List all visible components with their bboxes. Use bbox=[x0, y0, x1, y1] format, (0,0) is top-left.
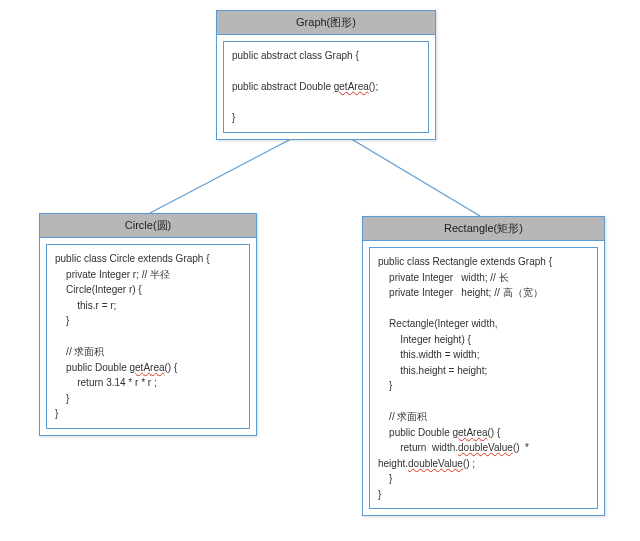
code-line: this.width = width; bbox=[378, 349, 479, 360]
code-line: public Double bbox=[55, 362, 130, 373]
code-line: Integer height) { bbox=[378, 334, 471, 345]
code-line: public abstract Double bbox=[232, 81, 334, 92]
code-line: () { bbox=[488, 427, 501, 438]
code-line: () { bbox=[165, 362, 178, 373]
rectangle-class-title: Rectangle(矩形) bbox=[363, 217, 604, 241]
code-line: } bbox=[55, 393, 69, 404]
code-line: () ; bbox=[463, 458, 475, 469]
code-line: public abstract class Graph { bbox=[232, 50, 359, 61]
code-line: } bbox=[55, 408, 58, 419]
code-line: return 3.14 * r * r ; bbox=[55, 377, 157, 388]
graph-class-body: public abstract class Graph { public abs… bbox=[217, 35, 435, 139]
arrow-rectangle-to-graph bbox=[333, 128, 480, 216]
code-line: this.r = r; bbox=[55, 300, 116, 311]
code-line: Circle(Integer r) { bbox=[55, 284, 142, 295]
code-line: height. bbox=[378, 458, 408, 469]
code-line: () * bbox=[513, 442, 529, 453]
code-line: } bbox=[378, 473, 392, 484]
rectangle-class-node: Rectangle(矩形) public class Rectangle ext… bbox=[362, 216, 605, 516]
rectangle-code-box: public class Rectangle extends Graph { p… bbox=[369, 247, 598, 509]
code-line: public class Circle extends Graph { bbox=[55, 253, 210, 264]
graph-class-title: Graph(图形) bbox=[217, 11, 435, 35]
code-line: Rectangle(Integer width, bbox=[378, 318, 498, 329]
graph-code-box: public abstract class Graph { public abs… bbox=[223, 41, 429, 133]
code-method-name: getArea bbox=[453, 427, 488, 438]
code-method-name: getArea bbox=[334, 81, 369, 92]
code-method-name: getArea bbox=[130, 362, 165, 373]
code-line: this.height = height; bbox=[378, 365, 487, 376]
rectangle-class-body: public class Rectangle extends Graph { p… bbox=[363, 241, 604, 515]
code-line: } bbox=[378, 489, 381, 500]
code-line: public class Rectangle extends Graph { bbox=[378, 256, 552, 267]
code-method-name: doubleValue bbox=[408, 458, 463, 469]
circle-class-body: public class Circle extends Graph { priv… bbox=[40, 238, 256, 435]
circle-class-title: Circle(圆) bbox=[40, 214, 256, 238]
code-line: return width. bbox=[378, 442, 458, 453]
code-line: (); bbox=[369, 81, 378, 92]
code-line: // 求面积 bbox=[378, 411, 427, 422]
graph-class-node: Graph(图形) public abstract class Graph { … bbox=[216, 10, 436, 140]
arrow-circle-to-graph bbox=[150, 128, 312, 213]
code-line: } bbox=[55, 315, 69, 326]
circle-class-node: Circle(圆) public class Circle extends Gr… bbox=[39, 213, 257, 436]
code-line: private Integer r; // 半径 bbox=[55, 269, 170, 280]
code-line: private Integer height; // 高（宽） bbox=[378, 287, 543, 298]
code-method-name: doubleValue bbox=[458, 442, 513, 453]
code-line: // 求面积 bbox=[55, 346, 104, 357]
circle-code-box: public class Circle extends Graph { priv… bbox=[46, 244, 250, 429]
code-line: } bbox=[378, 380, 392, 391]
code-line: } bbox=[232, 112, 235, 123]
code-line: public Double bbox=[378, 427, 453, 438]
code-line: private Integer width; // 长 bbox=[378, 272, 509, 283]
